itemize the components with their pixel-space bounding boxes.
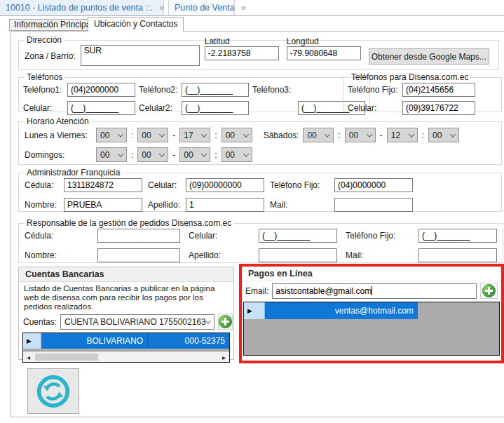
chevron-down-icon (243, 151, 248, 156)
scrollbar-thumb[interactable] (35, 354, 98, 361)
lv-hora-inicio-select[interactable]: 00 (96, 128, 127, 142)
resp-nombre-label: Nombre: (25, 250, 89, 260)
numero-cuenta-cell[interactable]: 000-52375 (148, 333, 229, 349)
administrador-groupbox: Administrador Franquicia Cédula: 1311824… (18, 168, 502, 212)
sab-minuto-fin-select[interactable]: 00 (428, 128, 459, 142)
time-separator: : (131, 130, 133, 140)
email-cell[interactable]: ventas@hotmail.com (265, 302, 418, 319)
row-marker-icon: ▶ (27, 337, 32, 344)
close-icon[interactable]: × (241, 4, 247, 13)
horario-groupbox: Horario Atención Lunes a Viernes: 00 : 0… (18, 116, 502, 165)
zona-barrio-label: Zona / Barrio: (25, 51, 76, 61)
cuentas-select[interactable]: CUENTA BOLIVARIANO 1755002163 (60, 314, 214, 330)
row-marker-icon: ▶ (247, 307, 252, 314)
admin-celular-field[interactable]: (09)00000000 (186, 178, 264, 192)
responsable-groupbox: Responsable de la gestión de pedidos Dis… (18, 218, 503, 263)
resp-celular-field[interactable]: (__)_______ (259, 229, 337, 243)
chevron-down-icon (118, 151, 123, 156)
resp-telefono-fijo-label: Teléfono Fijo: (346, 231, 410, 241)
admin-telefono-fijo-field[interactable]: (04)0000000 (334, 178, 413, 192)
longitud-label: Longitud (287, 36, 361, 46)
banco-cell[interactable]: BOLIVARIANO (41, 333, 148, 349)
lv-minuto-fin-select[interactable]: 00 (222, 128, 252, 142)
tab-listado-puntos-venta[interactable]: 10010 - Listado de puntos de venta ::. × (0, 0, 164, 15)
range-separator: - (380, 130, 383, 140)
dom-hora-inicio-select[interactable]: 00 (96, 147, 127, 162)
time-separator: : (214, 130, 217, 140)
celular-disensa-field[interactable]: (09)39176722 (402, 101, 475, 115)
admin-cedula-label: Cédula: (25, 180, 58, 190)
chevron-down-icon (325, 131, 330, 137)
cuentas-grid: ▶ BOLIVARIANO 000-52375 ◂ ▸ (22, 333, 230, 363)
admin-mail-field[interactable] (334, 198, 413, 212)
admin-apellido-label: Apellido: (148, 200, 180, 210)
admin-nombre-label: Nombre: (25, 200, 58, 210)
table-row[interactable]: ▶ ventas@hotmail.com (244, 302, 499, 319)
chevron-down-icon (367, 131, 372, 137)
resp-telefono-fijo-field[interactable]: (__)_______ (418, 229, 497, 243)
resp-apellido-field[interactable] (259, 248, 337, 262)
add-email-button[interactable] (480, 283, 498, 299)
dom-minuto-inicio-select[interactable]: 00 (137, 147, 168, 162)
time-separator: : (214, 150, 217, 160)
tab-page-ubicacion: Dirección Zona / Barrio: SUR Latitud -2.… (11, 31, 504, 417)
tab-ubicacion-y-contactos[interactable]: Ubicación y Contactos (88, 17, 184, 32)
punto-de-venta-window: 10010 - Listado de puntos de venta ::. ×… (0, 0, 504, 423)
longitud-field[interactable]: -79.9080648 (287, 46, 361, 60)
lv-minuto-inicio-select[interactable]: 00 (137, 128, 168, 142)
plus-icon (219, 315, 232, 328)
time-separator: : (131, 150, 133, 160)
celular-disensa-label: Celular: (348, 103, 398, 113)
sab-hora-fin-select[interactable]: 12 (387, 128, 418, 142)
lv-hora-fin-select[interactable]: 17 (179, 128, 210, 142)
obtener-google-maps-button[interactable]: Obtener desde Google Maps... (369, 48, 489, 65)
tab-punto-de-venta[interactable]: Punto de Venta × (168, 0, 235, 15)
telefono-fijo-disensa-field[interactable]: (04)2145656 (402, 83, 475, 97)
resp-celular-label: Celular: (189, 231, 250, 241)
telefono2-field[interactable]: (__)_______ (182, 83, 249, 97)
scroll-left-icon[interactable]: ◂ (23, 354, 34, 361)
lunes-viernes-label: Lunes a Viernes: (25, 130, 92, 140)
email-field[interactable]: asistcontable@gmail.com (272, 283, 477, 299)
admin-nombre-field[interactable]: PRUEBA (64, 198, 142, 212)
scroll-right-icon[interactable]: ▸ (219, 354, 229, 361)
close-icon[interactable]: × (159, 4, 165, 13)
domingos-label: Domingos: (25, 150, 92, 160)
resp-cedula-field[interactable] (97, 229, 180, 243)
cuentas-bancarias-panel: Cuentas Bancarias Listado de Cuentas Ban… (18, 267, 234, 360)
chevron-down-icon (450, 131, 456, 137)
pagos-en-linea-title: Pagos en Línea (242, 267, 501, 281)
sab-minuto-inicio-select[interactable]: 00 (345, 128, 376, 142)
latitud-field[interactable]: -2.2183758 (205, 46, 279, 60)
table-row[interactable]: ▶ BOLIVARIANO 000-52375 (23, 333, 229, 349)
plus-icon (482, 284, 496, 297)
dom-minuto-fin-select[interactable]: 00 (222, 147, 252, 162)
telefonos-disensa-title: Teléfonos para Disensa.com.ec (349, 72, 470, 82)
time-separator: : (422, 130, 424, 140)
chevron-down-icon (159, 131, 165, 137)
celular-field[interactable]: (__)_______ (67, 101, 135, 115)
horizontal-scrollbar[interactable]: ◂ ▸ (23, 351, 229, 362)
tab-label: Punto de Venta (175, 3, 235, 13)
chevron-down-icon (409, 131, 414, 137)
telefono1-field[interactable]: (04)2000000 (67, 83, 135, 97)
admin-apellido-field[interactable]: 1 (186, 198, 264, 212)
add-cuenta-button[interactable] (218, 314, 233, 330)
dom-hora-fin-select[interactable]: 00 (179, 147, 210, 162)
chevron-down-icon (243, 131, 248, 137)
sab-hora-inicio-select[interactable]: 00 (303, 128, 334, 142)
admin-telefono-fijo-label: Teléfono Fijo: (270, 180, 329, 190)
tab-label: 10010 - Listado de puntos de venta ::. (6, 3, 153, 13)
resp-nombre-field[interactable] (97, 248, 180, 262)
time-separator: : (338, 130, 340, 140)
admin-cedula-field[interactable]: 1311824872 (64, 178, 142, 192)
horario-title: Horario Atención (25, 116, 91, 126)
chevron-down-icon (201, 131, 207, 137)
zona-barrio-field[interactable]: SUR (81, 45, 200, 66)
resp-mail-field[interactable] (418, 248, 497, 262)
cuentas-label: Cuentas: (23, 317, 57, 327)
sync-button[interactable] (27, 368, 79, 414)
chevron-down-icon (118, 131, 123, 137)
tab-informacion-principal[interactable]: Información Principal (9, 19, 97, 31)
celular2-field[interactable]: (__)_______ (182, 101, 249, 115)
